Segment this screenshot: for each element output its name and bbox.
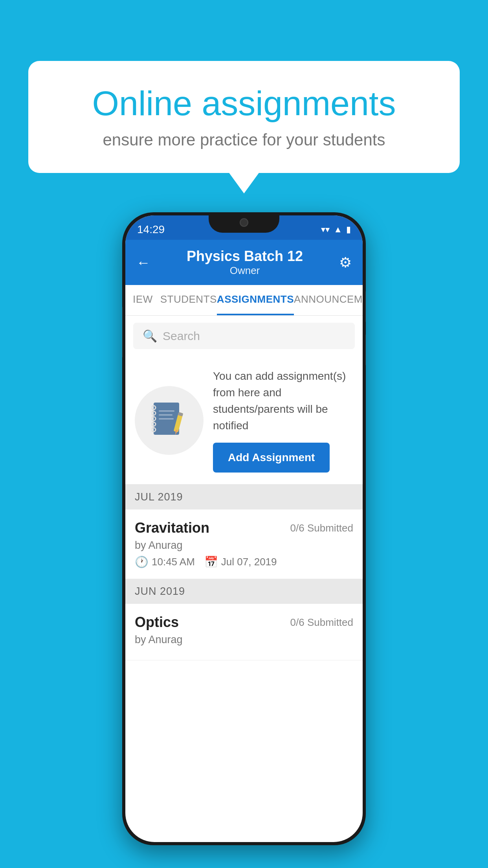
meta-date: 📅 Jul 07, 2019: [204, 555, 277, 568]
battery-icon: ▮: [346, 224, 351, 235]
status-icons: ▾▾ ▲ ▮: [321, 224, 351, 235]
assignment-meta: 🕐 10:45 AM 📅 Jul 07, 2019: [135, 555, 353, 568]
assignment-submitted-optics: 0/6 Submitted: [290, 616, 353, 629]
meta-time: 🕐 10:45 AM: [135, 555, 195, 568]
content-area: 🔍 Search: [125, 316, 363, 660]
header-subtitle: Owner: [187, 265, 303, 277]
phone-container: 14:29 ▾▾ ▲ ▮ ← Physics Batch 12 Owner ⚙ …: [122, 212, 366, 845]
assignment-by-optics: by Anurag: [135, 634, 353, 646]
signal-icon: ▲: [334, 224, 342, 235]
tab-announcements[interactable]: ANNOUNCEM: [294, 285, 363, 315]
promo-icon-circle: [135, 386, 204, 455]
phone-notch: [209, 212, 279, 233]
phone-camera: [240, 218, 248, 227]
search-container: 🔍 Search: [125, 316, 363, 356]
status-time: 14:29: [137, 223, 165, 236]
calendar-icon: 📅: [204, 555, 218, 568]
tabs-bar: IEW STUDENTS ASSIGNMENTS ANNOUNCEM: [125, 285, 363, 316]
assignment-time: 10:45 AM: [152, 556, 195, 568]
assignment-by: by Anurag: [135, 539, 353, 552]
promo-right: You can add assignment(s) from here and …: [213, 368, 353, 473]
promo-description: You can add assignment(s) from here and …: [213, 368, 353, 434]
volume-down-button: [365, 334, 366, 366]
month-header-jun: JUN 2019: [125, 579, 363, 604]
speech-bubble-subtitle: ensure more practice for your students: [56, 131, 432, 149]
svg-rect-7: [159, 414, 172, 416]
phone-outer: 14:29 ▾▾ ▲ ▮ ← Physics Batch 12 Owner ⚙ …: [122, 212, 366, 845]
speech-bubble-title: Online assignments: [56, 85, 432, 123]
assignment-name: Gravitation: [135, 520, 209, 536]
svg-rect-6: [159, 410, 174, 412]
search-placeholder: Search: [163, 329, 200, 343]
assignment-row-top: Gravitation 0/6 Submitted: [135, 520, 353, 536]
assignment-item-optics[interactable]: Optics 0/6 Submitted by Anurag: [125, 604, 363, 660]
back-button[interactable]: ←: [136, 254, 150, 271]
assignment-row-top-optics: Optics 0/6 Submitted: [135, 614, 353, 631]
assignment-submitted: 0/6 Submitted: [290, 522, 353, 534]
search-icon: 🔍: [143, 329, 157, 343]
notebook-svg-icon: [152, 401, 187, 440]
volume-up-button: [365, 291, 366, 322]
tab-assignments[interactable]: ASSIGNMENTS: [217, 285, 294, 315]
clock-icon: 🕐: [135, 555, 149, 568]
speech-bubble: Online assignments ensure more practice …: [28, 61, 460, 173]
speech-bubble-container: Online assignments ensure more practice …: [28, 61, 460, 173]
settings-icon[interactable]: ⚙: [339, 254, 352, 271]
assignment-name-optics: Optics: [135, 614, 179, 631]
svg-rect-8: [159, 418, 174, 419]
header-center: Physics Batch 12 Owner: [187, 248, 303, 277]
wifi-icon: ▾▾: [321, 224, 330, 235]
header-title: Physics Batch 12: [187, 248, 303, 265]
phone-screen: 14:29 ▾▾ ▲ ▮ ← Physics Batch 12 Owner ⚙ …: [125, 215, 363, 842]
app-header: ← Physics Batch 12 Owner ⚙: [125, 240, 363, 285]
power-button: [122, 307, 123, 358]
tab-iew[interactable]: IEW: [125, 285, 160, 315]
search-bar[interactable]: 🔍 Search: [133, 323, 355, 349]
assignment-date: Jul 07, 2019: [221, 556, 277, 568]
add-assignment-button[interactable]: Add Assignment: [213, 443, 330, 473]
tab-students[interactable]: STUDENTS: [160, 285, 217, 315]
promo-section: You can add assignment(s) from here and …: [125, 356, 363, 485]
assignment-item-gravitation[interactable]: Gravitation 0/6 Submitted by Anurag 🕐 10…: [125, 509, 363, 579]
month-header-jul: JUL 2019: [125, 485, 363, 509]
